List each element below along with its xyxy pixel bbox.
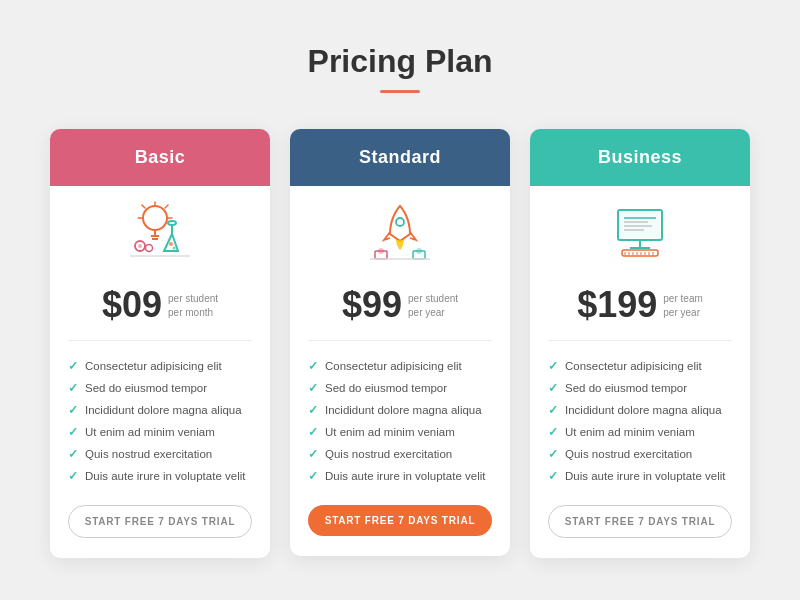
feature-text: Quis nostrud exercitation	[565, 448, 692, 460]
feature-text: Consectetur adipisicing elit	[85, 360, 222, 372]
trial-button-standard[interactable]: START FREE 7 DAYS TRIAL	[308, 505, 492, 536]
card-header-business: Business	[530, 129, 750, 186]
feature-item: ✓ Duis aute irure in voluptate velit	[308, 465, 492, 487]
feature-list-basic: ✓ Consectetur adipisicing elit ✓ Sed do …	[50, 355, 270, 487]
price-amount-standard: $99	[342, 284, 402, 326]
check-icon: ✓	[548, 469, 558, 483]
svg-point-14	[138, 244, 142, 248]
feature-text: Sed do eiusmod tempor	[565, 382, 687, 394]
card-business: Business $199 per team per year	[530, 129, 750, 558]
per-line2-basic: per month	[168, 306, 218, 320]
check-icon: ✓	[308, 359, 318, 373]
svg-rect-24	[620, 212, 660, 238]
svg-point-11	[169, 242, 173, 246]
plan-icon-basic	[50, 186, 270, 276]
feature-item: ✓ Quis nostrud exercitation	[308, 443, 492, 465]
divider-standard	[308, 340, 492, 341]
feature-item: ✓ Consectetur adipisicing elit	[68, 355, 252, 377]
check-icon: ✓	[308, 425, 318, 439]
svg-point-15	[146, 244, 153, 251]
card-basic: Basic $09 per student per	[50, 129, 270, 558]
svg-point-10	[168, 221, 176, 225]
feature-text: Ut enim ad minim veniam	[85, 426, 215, 438]
svg-line-5	[142, 205, 145, 208]
svg-point-0	[143, 206, 167, 230]
check-icon: ✓	[68, 381, 78, 395]
trial-button-basic[interactable]: START FREE 7 DAYS TRIAL	[68, 505, 252, 538]
check-icon: ✓	[308, 447, 318, 461]
plan-name-basic: Basic	[135, 147, 186, 167]
feature-item: ✓ Consectetur adipisicing elit	[308, 355, 492, 377]
feature-list-standard: ✓ Consectetur adipisicing elit ✓ Sed do …	[290, 355, 510, 487]
price-meta-standard: per student per year	[408, 284, 458, 320]
plan-icon-business	[530, 186, 750, 276]
check-icon: ✓	[68, 403, 78, 417]
price-meta-business: per team per year	[663, 284, 702, 320]
feature-text: Incididunt dolore magna aliqua	[325, 404, 482, 416]
page-title: Pricing Plan	[308, 43, 493, 80]
feature-text: Sed do eiusmod tempor	[85, 382, 207, 394]
card-header-basic: Basic	[50, 129, 270, 186]
svg-point-21	[416, 248, 422, 254]
feature-text: Incididunt dolore magna aliqua	[565, 404, 722, 416]
check-icon: ✓	[548, 359, 558, 373]
feature-text: Consectetur adipisicing elit	[565, 360, 702, 372]
feature-item: ✓ Duis aute irure in voluptate velit	[68, 465, 252, 487]
feature-text: Quis nostrud exercitation	[85, 448, 212, 460]
check-icon: ✓	[548, 447, 558, 461]
check-icon: ✓	[68, 359, 78, 373]
feature-item: ✓ Quis nostrud exercitation	[68, 443, 252, 465]
divider-basic	[68, 340, 252, 341]
plan-name-business: Business	[598, 147, 682, 167]
feature-item: ✓ Quis nostrud exercitation	[548, 443, 732, 465]
feature-item: ✓ Ut enim ad minim veniam	[548, 421, 732, 443]
per-line2-business: per year	[663, 306, 702, 320]
feature-text: Ut enim ad minim veniam	[565, 426, 695, 438]
check-icon: ✓	[548, 381, 558, 395]
feature-list-business: ✓ Consectetur adipisicing elit ✓ Sed do …	[530, 355, 750, 487]
feature-item: ✓ Sed do eiusmod tempor	[308, 377, 492, 399]
plan-name-standard: Standard	[359, 147, 441, 167]
check-icon: ✓	[308, 381, 318, 395]
svg-point-17	[396, 218, 404, 226]
title-underline	[380, 90, 420, 93]
price-amount-basic: $09	[102, 284, 162, 326]
trial-button-business[interactable]: START FREE 7 DAYS TRIAL	[548, 505, 732, 538]
feature-text: Duis aute irure in voluptate velit	[565, 470, 725, 482]
svg-point-20	[378, 248, 384, 254]
per-line2-standard: per year	[408, 306, 458, 320]
check-icon: ✓	[68, 469, 78, 483]
check-icon: ✓	[68, 447, 78, 461]
feature-item: ✓ Ut enim ad minim veniam	[308, 421, 492, 443]
price-amount-business: $199	[577, 284, 657, 326]
feature-item: ✓ Consectetur adipisicing elit	[548, 355, 732, 377]
plan-price-business: $199 per team per year	[530, 276, 750, 340]
svg-line-6	[165, 205, 168, 208]
check-icon: ✓	[548, 425, 558, 439]
card-standard: Standard $99 per student per year	[290, 129, 510, 556]
check-icon: ✓	[308, 469, 318, 483]
feature-text: Quis nostrud exercitation	[325, 448, 452, 460]
per-line1-business: per team	[663, 292, 702, 306]
pricing-cards-container: Basic $09 per student per	[20, 129, 780, 558]
divider-business	[548, 340, 732, 341]
svg-point-12	[173, 246, 176, 249]
feature-item: ✓ Duis aute irure in voluptate velit	[548, 465, 732, 487]
feature-item: ✓ Ut enim ad minim veniam	[68, 421, 252, 443]
plan-price-standard: $99 per student per year	[290, 276, 510, 340]
feature-item: ✓ Incididunt dolore magna aliqua	[548, 399, 732, 421]
feature-item: ✓ Incididunt dolore magna aliqua	[68, 399, 252, 421]
plan-icon-standard	[290, 186, 510, 276]
check-icon: ✓	[548, 403, 558, 417]
feature-text: Duis aute irure in voluptate velit	[325, 470, 485, 482]
feature-item: ✓ Incididunt dolore magna aliqua	[308, 399, 492, 421]
page-header: Pricing Plan	[308, 43, 493, 93]
plan-price-basic: $09 per student per month	[50, 276, 270, 340]
feature-text: Duis aute irure in voluptate velit	[85, 470, 245, 482]
feature-text: Sed do eiusmod tempor	[325, 382, 447, 394]
per-line1-standard: per student	[408, 292, 458, 306]
check-icon: ✓	[308, 403, 318, 417]
price-meta-basic: per student per month	[168, 284, 218, 320]
feature-item: ✓ Sed do eiusmod tempor	[68, 377, 252, 399]
feature-text: Incididunt dolore magna aliqua	[85, 404, 242, 416]
